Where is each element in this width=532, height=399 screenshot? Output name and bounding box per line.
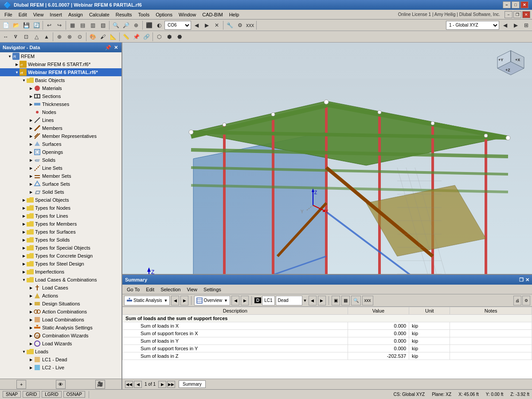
menu-view[interactable]: View (31, 11, 47, 18)
menu-insert[interactable]: Insert (47, 11, 65, 18)
last-page-btn[interactable]: ▶▶ (167, 381, 175, 388)
tree-types-concrete[interactable]: ▶ Types for Concrete Design (0, 252, 121, 260)
nav-cam-btn[interactable]: 🎥 (95, 380, 105, 389)
tb18[interactable]: ◀ (500, 20, 510, 30)
lc-prev-btn[interactable]: ◀ (309, 296, 317, 305)
nav-cube[interactable]: +Y +X +Z (493, 46, 528, 82)
t2b5[interactable]: ▲ (42, 32, 51, 42)
tree-thicknesses[interactable]: ▶ Thicknesses (0, 100, 121, 108)
t2b6[interactable]: ⊕ (55, 32, 64, 42)
tree-member-sets[interactable]: ▶ Member Sets (0, 172, 121, 180)
sum-selection[interactable]: Selection (158, 286, 183, 293)
summary-restore-btn[interactable]: ❐ (519, 277, 524, 283)
save-btn[interactable]: 💾 (21, 20, 31, 30)
menu-calculate[interactable]: Calculate (86, 11, 112, 18)
tree-types-nodes[interactable]: ▶ Types for Nodes (0, 204, 121, 212)
redo-btn[interactable]: ↪ (55, 20, 64, 30)
osnap-btn[interactable]: OSNAP (63, 391, 85, 398)
tb15[interactable]: 🔧 (225, 20, 235, 30)
nav-eye-btn[interactable]: 👁 (56, 380, 66, 389)
tree-types-members[interactable]: ▶ Types for Members (0, 220, 121, 228)
tree-lines[interactable]: ▶ Lines (0, 116, 121, 124)
open-btn[interactable]: 📂 (11, 20, 21, 30)
tree-webinar-partial[interactable]: ▼ rf Webinar RFEM 6 PARTIAL.rf6* (0, 68, 121, 76)
t2b8[interactable]: ⊙ (75, 32, 85, 42)
tb4[interactable]: ▤ (78, 20, 87, 30)
tree-action-combos[interactable]: ▶ Action Combinations (0, 308, 121, 316)
tree-webinar-start[interactable]: ▶ rf Webinar RFEM 6 START.rf6* (0, 60, 121, 68)
overview-next-btn[interactable]: ▶ (241, 296, 249, 305)
prev-page-btn[interactable]: ◀ (134, 381, 142, 388)
tree-types-lines[interactable]: ▶ Types for Lines (0, 212, 121, 220)
tree-types-steel[interactable]: ▶ Types for Steel Design (0, 260, 121, 268)
tb14[interactable]: ✕ (212, 20, 222, 30)
overview-prev-btn[interactable]: ◀ (231, 296, 239, 305)
nav-pin-btn[interactable]: 📌 (104, 45, 112, 51)
t2b4[interactable]: △ (31, 32, 41, 42)
snap-btn[interactable]: SNAP (3, 391, 21, 398)
app-close-btn[interactable]: ✕ (522, 11, 530, 18)
nav-close-btn[interactable]: ✕ (113, 45, 119, 51)
tb9[interactable]: ⊕ (131, 20, 141, 30)
t2b10[interactable]: 🖌 (98, 32, 108, 42)
close-button[interactable]: ✕ (520, 1, 528, 8)
lc-next-btn[interactable]: ▶ (318, 296, 326, 305)
sum-export-btn[interactable]: xxx (362, 296, 373, 305)
first-page-btn[interactable]: ◀◀ (125, 381, 133, 388)
sum-select-btn[interactable]: ▣ (332, 296, 340, 305)
t2b13[interactable]: 📌 (131, 32, 141, 42)
sum-view[interactable]: View (184, 286, 200, 293)
summary-tab[interactable]: Summary (179, 380, 206, 388)
t2b12[interactable]: 📏 (121, 32, 131, 42)
t2b17[interactable]: ⬣ (175, 32, 184, 42)
lgrid-btn[interactable]: LGRID (42, 391, 62, 398)
sum-search-btn[interactable]: 🔍 (351, 296, 361, 305)
tree-basic-objects[interactable]: ▼ Basic Objects (0, 76, 121, 84)
undo-btn[interactable]: ↩ (44, 20, 54, 30)
tb13[interactable]: ▶ (202, 20, 211, 30)
tree-rfem[interactable]: ▼ R RFEM (0, 52, 121, 60)
menu-cad-bim[interactable]: CAD-BIM (200, 11, 225, 18)
menu-results[interactable]: Results (113, 11, 135, 18)
t2b11[interactable]: 📐 (108, 32, 118, 42)
summary-close-btn[interactable]: ✕ (525, 277, 529, 283)
sum-filter-btn[interactable]: ▦ (341, 296, 350, 305)
t2b16[interactable]: ⬢ (164, 32, 174, 42)
new-btn[interactable]: 📄 (1, 20, 11, 30)
next-page-btn[interactable]: ▶ (158, 381, 166, 388)
tree-types-special[interactable]: ▶ Types for Special Objects (0, 244, 121, 252)
sum-print-btn[interactable]: 🖨 (513, 296, 521, 305)
tree-lc1[interactable]: ▶ LC1 - Dead (0, 356, 121, 364)
sum-settings-btn[interactable]: ⚙ (522, 296, 530, 305)
tree-load-cases[interactable]: ▶ Load Cases (0, 284, 121, 292)
sum-edit[interactable]: Edit (143, 286, 157, 293)
menu-assign[interactable]: Assign (66, 11, 86, 18)
tb6[interactable]: ▧ (98, 20, 108, 30)
tree-types-surfaces[interactable]: ▶ Types for Surfaces (0, 228, 121, 236)
tree-materials[interactable]: ▶ Materials (0, 84, 121, 92)
tree-sections[interactable]: ▶ Sections (0, 92, 121, 100)
app-minimize-btn[interactable]: − (505, 11, 512, 18)
menu-file[interactable]: File (2, 11, 15, 18)
tb7[interactable]: 🔍 (111, 20, 121, 30)
sum-goto[interactable]: Go To (124, 286, 142, 293)
tb11[interactable]: ◐ (154, 20, 164, 30)
xyz-combo[interactable]: 1 - Global XYZ (446, 21, 499, 30)
tb16[interactable]: ⚙ (235, 20, 245, 30)
tree-loads-folder[interactable]: ▼ Loads (0, 348, 121, 356)
tb19[interactable]: ▶ (511, 20, 520, 30)
tb17[interactable]: xxx (245, 20, 255, 30)
tb3[interactable]: ▦ (67, 20, 77, 30)
tree-solids[interactable]: ▶ Solids (0, 156, 121, 164)
t2b14[interactable]: 🔗 (141, 32, 151, 42)
tree-load-cases-comb[interactable]: ▼ Load Cases & Combinations (0, 276, 121, 284)
co-combo[interactable]: CO6 (164, 21, 191, 30)
nav-add-btn[interactable]: + (16, 380, 26, 389)
tree-load-combos[interactable]: ▶ Load Combinations (0, 316, 121, 324)
tree-member-reps[interactable]: ▶ Member Representatives (0, 132, 121, 140)
tree-members[interactable]: ▶ Members (0, 124, 121, 132)
minimize-button[interactable]: − (503, 1, 511, 8)
tb12[interactable]: ◀ (192, 20, 201, 30)
sum-settings[interactable]: Settings (201, 286, 224, 293)
menu-edit[interactable]: Edit (16, 11, 30, 18)
